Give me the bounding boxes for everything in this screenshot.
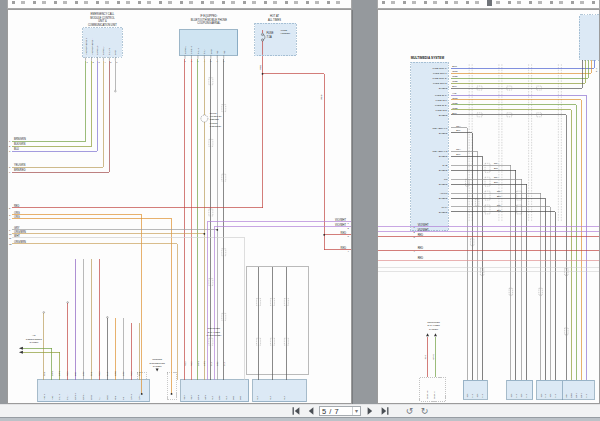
- up-arrow-icon: [426, 333, 437, 336]
- svg-text:ORG: ORG: [14, 215, 20, 219]
- svg-text:TEL -: TEL -: [66, 394, 68, 400]
- svg-text:LVDS OUT 1-: LVDS OUT 1-: [433, 72, 448, 75]
- svg-text:5: 5: [110, 61, 112, 63]
- svg-text:BLUETOOTH MOBILE PHONE: BLUETOOTH MOBILE PHONE: [191, 18, 227, 22]
- svg-text:SHIELD: SHIELD: [439, 87, 448, 90]
- svg-text:GRN: GRN: [575, 393, 577, 398]
- svg-text:4: 4: [104, 61, 106, 63]
- svg-text:VIO/WHT: VIO/WHT: [335, 218, 346, 222]
- first-page-button[interactable]: [289, 406, 302, 417]
- svg-text:BLK: BLK: [452, 112, 457, 115]
- svg-text:BLK: BLK: [471, 393, 473, 397]
- computer-data-lines-label-right: COMPUTER DATA LINES SYSTEM RED GRN DATA …: [424, 321, 440, 399]
- svg-text:SHIELD: SHIELD: [439, 155, 448, 158]
- svg-text:7.5A: 7.5A: [266, 35, 272, 39]
- svg-text:LVDS IN 2-: LVDS IN 2-: [436, 109, 448, 112]
- svg-text:WI-FI: WI-FI: [442, 206, 448, 209]
- right-wiring-diagram: MULTIMEDIA SYSTEM LVDS OUT 1+LVDS OUT 1-…: [378, 10, 599, 403]
- svg-text:VIO: VIO: [565, 394, 567, 398]
- svg-text:CONDITIONING: CONDITIONING: [26, 338, 42, 340]
- svg-text:5: 5: [9, 207, 11, 209]
- svg-text:FLOOR: FLOOR: [210, 122, 218, 124]
- svg-text:RED: RED: [424, 355, 426, 360]
- svg-text:GRY: GRY: [218, 395, 220, 400]
- svg-text:NCA: NCA: [466, 393, 468, 398]
- svg-text:NCA: NCA: [510, 393, 512, 398]
- svg-text:GND: GND: [210, 49, 212, 54]
- svg-text:GND: GND: [114, 50, 116, 55]
- svg-text:MIC -: MIC -: [51, 394, 53, 400]
- svg-text:GRN: GRN: [452, 107, 458, 110]
- svg-text:GRY: GRY: [14, 226, 20, 230]
- svg-text:SHIELD: SHIELD: [439, 114, 448, 117]
- svg-text:RED: RED: [418, 246, 424, 250]
- svg-text:BLK: BLK: [456, 153, 461, 155]
- svg-text:RED: RED: [98, 371, 100, 376]
- rotate-left-button[interactable]: ↺: [403, 406, 416, 417]
- svg-text:TAN: TAN: [90, 371, 92, 376]
- svg-text:RED: RED: [183, 395, 185, 400]
- svg-text:LVDS OUT 1+: LVDS OUT 1+: [432, 67, 448, 70]
- svg-text:ORG/BRN: ORG/BRN: [14, 230, 26, 234]
- left-wiring-diagram: EMERGENCY CALLMODULE CONTROLUNIT &COMMUN…: [8, 10, 351, 403]
- svg-text:9: 9: [9, 171, 11, 173]
- page-number-input[interactable]: 5 / 7 ▾: [319, 406, 361, 416]
- svg-text:LVDS OUT 2-: LVDS OUT 2-: [433, 82, 448, 85]
- left-page-wires: [12, 56, 351, 394]
- previous-page-left-edge: [7, 0, 352, 9]
- svg-text:BLK: BLK: [225, 395, 227, 400]
- svg-text:BLK: BLK: [256, 395, 258, 400]
- computer-data-lines-label-left: COMPUTER DATA LINES (IF EQUIPPED): [206, 327, 221, 336]
- svg-text:LVDS IN 1+: LVDS IN 1+: [435, 94, 448, 97]
- svg-text:BLK: BLK: [452, 85, 457, 88]
- svg-text:IGN: IGN: [114, 396, 116, 400]
- svg-text:NCA: NCA: [497, 190, 502, 192]
- page-dropdown-arrow-icon[interactable]: ▾: [352, 407, 358, 415]
- previous-page-button[interactable]: [304, 406, 317, 417]
- svg-text:ORG: ORG: [114, 371, 116, 376]
- svg-text:YEL/GRN: YEL/GRN: [14, 163, 25, 167]
- svg-text:BLK: BLK: [544, 393, 546, 397]
- svg-text:NCA: NCA: [497, 204, 502, 206]
- svg-text:FUSE: FUSE: [266, 31, 273, 35]
- svg-text:11: 11: [9, 237, 12, 239]
- svg-text:COMPUTER: COMPUTER: [427, 321, 440, 323]
- svg-text:SHIELD: SHIELD: [439, 169, 448, 172]
- next-page-button[interactable]: [363, 406, 376, 417]
- svg-text:CONSOLE): CONSOLE): [210, 125, 222, 127]
- svg-text:MICROPHONE -: MICROPHONE -: [91, 38, 93, 55]
- svg-text:GRN: GRN: [51, 371, 53, 376]
- svg-text:8: 8: [9, 166, 11, 168]
- svg-text:DAB: DAB: [443, 164, 448, 167]
- last-page-button[interactable]: [378, 406, 391, 417]
- svg-text:RED: RED: [341, 231, 347, 235]
- svg-text:DATA LINES: DATA LINES: [427, 324, 440, 326]
- previous-page-icon: [306, 406, 316, 416]
- svg-text:GRN: GRN: [58, 371, 60, 376]
- svg-text:GRN: GRN: [197, 395, 199, 400]
- svg-text:3: 3: [98, 61, 100, 63]
- pdf-viewer-window: EMERGENCY CALLMODULE CONTROLUNIT &COMMUN…: [0, 0, 600, 421]
- svg-text:1: 1: [9, 140, 11, 142]
- svg-text:10: 10: [9, 233, 12, 235]
- diagram-page-left: EMERGENCY CALLMODULE CONTROLUNIT &COMMUN…: [7, 9, 352, 404]
- rotate-right-button[interactable]: ↻: [418, 406, 431, 417]
- svg-text:RED: RED: [130, 371, 132, 376]
- svg-text:GRN: GRN: [452, 75, 458, 78]
- svg-text:DISTRIBUTION: DISTRIBUTION: [149, 362, 165, 364]
- svg-text:SYSTEM: SYSTEM: [29, 341, 38, 343]
- svg-text:LTE AERIAL 1: LTE AERIAL 1: [432, 127, 448, 130]
- svg-text:HOT AT: HOT AT: [270, 14, 279, 18]
- svg-text:4: 4: [9, 218, 11, 220]
- svg-text:RED: RED: [184, 361, 186, 366]
- svg-text:BLK: BLK: [456, 129, 461, 131]
- svg-text:ORG/BRN: ORG/BRN: [14, 240, 26, 244]
- svg-text:TEL +: TEL +: [58, 393, 60, 400]
- shield-symbols: [466, 86, 569, 335]
- svg-text:ORG: ORG: [452, 97, 458, 100]
- svg-text:NCA: NCA: [540, 393, 542, 398]
- svg-text:FM: FM: [444, 178, 447, 181]
- svg-text:SHIELD: SHIELD: [439, 211, 448, 214]
- svg-text:RED: RED: [341, 246, 347, 250]
- svg-text:AERIAL -: AERIAL -: [102, 46, 104, 55]
